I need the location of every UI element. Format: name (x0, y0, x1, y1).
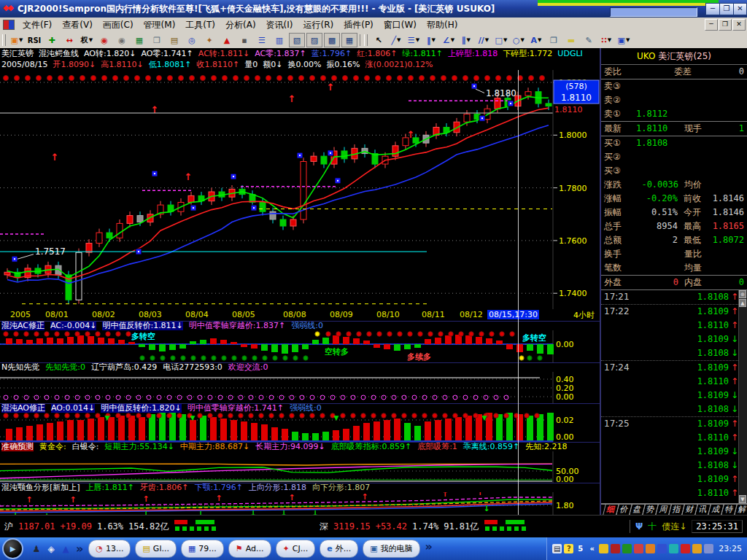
search-magnifier-icon[interactable]: ◎ (184, 33, 200, 47)
open-view-icon[interactable]: ▣▼ (9, 33, 25, 47)
menu-item-工具(T)[interactable]: 工具(T) (180, 18, 220, 31)
menu-item-帮助(H)[interactable]: 帮助(H) (422, 18, 462, 31)
gray-light-icon[interactable]: ◉ (114, 33, 130, 47)
tray-icon-9[interactable] (692, 544, 702, 553)
menu-item-文件(F)[interactable]: 文件(F) (18, 18, 57, 31)
percent-lines-icon[interactable]: ∕∕▼ (476, 33, 492, 47)
task-button-外...[interactable]: e外... (320, 540, 358, 558)
trendline-icon[interactable]: ╱▼ (388, 33, 404, 47)
tray-icon-3[interactable] (622, 544, 632, 553)
tray-icon-5[interactable] (646, 544, 655, 553)
title-bar[interactable]: ◆◆ CJR2000!Sempron国内行情分析软件至尊![飞狐+倚天金融快车]… (0, 0, 747, 18)
list-panel-icon[interactable]: ☰ (254, 33, 270, 47)
menu-item-管理(M)[interactable]: 管理(M) (139, 18, 181, 31)
indicator-panel-ac[interactable]: 混沌AC修正AC:-0.004↓明中值反转价:1.811↓明中值零轴穿越价:1.… (0, 321, 600, 362)
close-button[interactable]: ✕ (733, 3, 747, 15)
save-icon[interactable]: ▣▼ (616, 33, 632, 47)
sales-scrollbar[interactable]: ⊕ ▲ ▼ (738, 290, 747, 503)
tray-icon-2[interactable] (611, 544, 620, 553)
vertical-lines-icon[interactable]: ‖▼ (423, 33, 439, 47)
keyboard-tray-icon[interactable]: ▤ (552, 544, 562, 553)
main-candlestick-chart[interactable]: 1.82001.80001.78001.76001.7400↑↑↑↑↑↑1.75… (0, 70, 600, 309)
help-tray-icon[interactable]: ? (564, 544, 573, 553)
ime-number-badge[interactable]: 5 (576, 544, 585, 553)
pointer-arrow-icon[interactable]: ↖ (371, 33, 387, 47)
menu-item-画面(C)[interactable]: 画面(C) (98, 18, 139, 31)
quick-launch-1[interactable]: ♟ (30, 542, 43, 556)
task-button-Gl...[interactable]: ▤Gl... (135, 540, 176, 558)
alarm-bell-icon[interactable]: ▲ (219, 33, 235, 47)
quick-launch-chevron[interactable]: » (76, 542, 83, 556)
task-button-CJ...[interactable]: ✦CJ... (276, 540, 316, 558)
quick-launch-3[interactable]: ▲ (59, 542, 72, 556)
restore-button[interactable]: ❐ (719, 3, 734, 15)
chart-window-1-icon[interactable]: ▧ (289, 33, 305, 47)
indicator-panel-xzxj[interactable]: N先知先觉先知先觉:0辽宁葫芦岛:0.429电话2772593:0欢迎交流:00… (0, 362, 600, 403)
task-buttons-chevron[interactable]: » (425, 540, 433, 558)
menu-item-插件(P)[interactable]: 插件(P) (338, 18, 379, 31)
plug-icon[interactable]: ▪ (236, 33, 252, 47)
menu-item-分析(A)[interactable]: 分析(A) (220, 18, 261, 31)
scroll-target-icon[interactable]: ⊕ (739, 290, 746, 298)
quote-tab-解[interactable]: 解 (734, 505, 747, 515)
chart-column[interactable]: 美汇英镑混沌鳄鱼线AO转:1.820↓AO零:1.741↑AC转:1.811↓A… (0, 48, 600, 515)
task-button-Ad...[interactable]: ⚑Ad... (228, 540, 271, 558)
svg-text:1.8110: 1.8110 (561, 93, 592, 103)
mdi-close-button[interactable]: ✕ (732, 19, 746, 31)
chart-window-4-icon[interactable]: ▦ (341, 33, 357, 47)
rsi-indicator-button[interactable]: RSI (26, 33, 42, 47)
menu-item-资讯(I)[interactable]: 资讯(I) (261, 18, 298, 31)
indicator-panels[interactable]: 混沌AC修正AC:-0.004↓明中值反转价:1.811↓明中值零轴穿越价:1.… (0, 321, 600, 515)
info-segment: 混沌鳄鱼线 (39, 48, 79, 59)
task-button-13...[interactable]: ◔13... (88, 540, 131, 558)
indicator-panel-fx[interactable]: 混沌颚鱼分形[新加上]上唇:1.811↑牙齿:1.806↑下颚:1.796↑上向… (0, 483, 600, 518)
scroll-up-arrow[interactable]: ▲ (739, 299, 746, 307)
compress-icon[interactable]: ↔ (61, 33, 77, 47)
copy-tool-icon[interactable]: ❐ (546, 33, 562, 47)
time-sales-list[interactable]: 17:211.8108↑17:221.8109↑1.8110↑1.8109↓1.… (601, 290, 747, 504)
rectangle-tool-icon[interactable]: □▼ (493, 33, 509, 47)
tray-icon-10[interactable] (704, 544, 713, 553)
palette-icon[interactable]: ∷▼ (598, 33, 614, 47)
rights-button[interactable]: 权▼ (79, 33, 95, 47)
chart-window-3-icon[interactable]: ▩ (324, 33, 340, 47)
copy-report-icon[interactable]: ❐ (149, 33, 165, 47)
tray-icon-8[interactable] (681, 544, 690, 553)
mdi-restore-button[interactable]: ❐ (719, 19, 732, 31)
menu-item-运行(R)[interactable]: 运行(R) (298, 18, 339, 31)
indicator-panel-yczq[interactable]: 准确预测黄金令:白银令:短期主力:55.134↓中期主力:88.687↓长期主力… (0, 442, 600, 483)
task-button-我的电脑[interactable]: ▣我的电脑 (363, 540, 419, 558)
tray-icon-7[interactable] (669, 544, 678, 553)
sales-row: 1.8109↑ (601, 472, 747, 486)
channel-lines-icon[interactable]: ∥▼ (458, 33, 474, 47)
task-button-79...[interactable]: ▦79... (181, 540, 224, 558)
tray-icon-4[interactable] (634, 544, 643, 553)
menu-item-窗口(W)[interactable]: 窗口(W) (379, 18, 422, 31)
svg-text:1.8000: 1.8000 (559, 131, 587, 140)
indicator-panel-ao[interactable]: 混沌AO修正AO:0.014↓明中值反转价:1.820↓明中值零轴穿越价:1.7… (0, 403, 600, 442)
quick-launch-2[interactable]: ◈ (44, 542, 58, 556)
scroll-down-arrow[interactable]: ▼ (739, 495, 746, 503)
tray-icon-6[interactable] (657, 544, 667, 553)
toolbar-grip (364, 34, 368, 46)
tools-hammer-icon[interactable]: ✦ (201, 33, 217, 47)
pen-lock-icon[interactable]: ✎ (581, 33, 597, 47)
minimize-button[interactable]: ─ (705, 3, 720, 15)
svg-text:多转空: 多转空 (131, 332, 155, 341)
gann-fan-icon[interactable]: ∠▼ (441, 33, 457, 47)
horizontal-lines-icon[interactable]: ☰▼ (406, 33, 422, 47)
collapse-tray-icon[interactable]: « (587, 544, 597, 553)
start-button[interactable]: ▶ (2, 538, 23, 559)
ellipse-tool-icon[interactable]: ○▼ (511, 33, 527, 47)
zoom-cross-icon[interactable]: ✚ (44, 33, 60, 47)
columns-icon[interactable]: ▥ (271, 33, 287, 47)
calendar-31-icon[interactable]: ▦ (131, 33, 147, 47)
chart-window-2-icon[interactable]: ▨ (306, 33, 322, 47)
tray-icon-1[interactable] (599, 544, 608, 553)
traffic-light-icon[interactable]: ◉ (96, 33, 112, 47)
text-tool-icon[interactable]: A▼ (528, 33, 544, 47)
book-icon[interactable]: ▤ (166, 33, 182, 47)
eraser-icon[interactable]: ▬ (563, 33, 579, 47)
menu-item-查看(V)[interactable]: 查看(V) (57, 18, 98, 31)
mdi-minimize-button[interactable]: ─ (705, 19, 718, 31)
